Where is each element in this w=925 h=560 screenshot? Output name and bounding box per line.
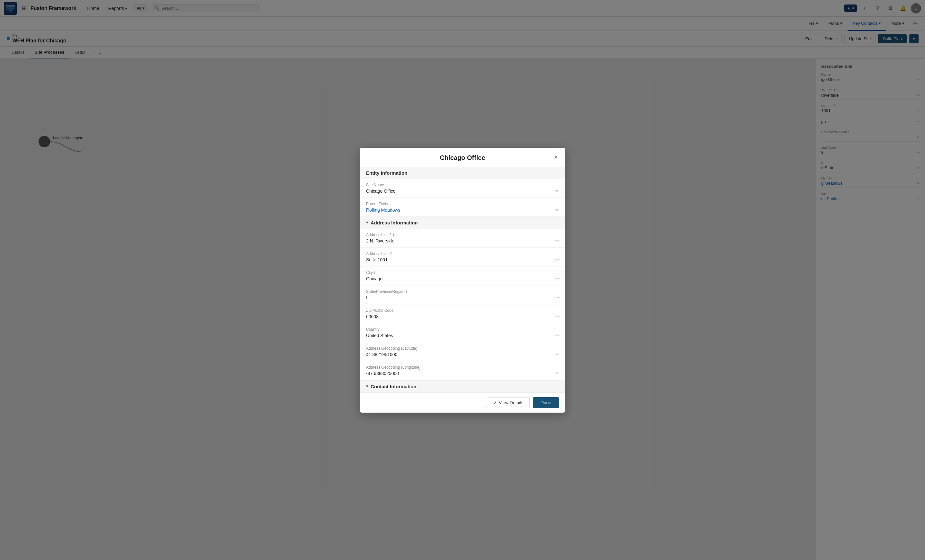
addr1-label: Address Line 1 ℹ bbox=[366, 233, 559, 237]
city-value: Chicago ✏ bbox=[366, 276, 559, 281]
longitude-value: -87.6388025000 ✏ bbox=[366, 371, 559, 376]
addr2-label: Address Line 2 bbox=[366, 251, 559, 256]
city-edit-icon[interactable]: ✏ bbox=[555, 276, 559, 281]
latitude-edit-icon[interactable]: ✏ bbox=[555, 352, 559, 357]
country-edit-icon[interactable]: ✏ bbox=[555, 333, 559, 338]
contact-section-title: Contact Information bbox=[371, 384, 417, 389]
addr1-value: 2 N. Riverside ✏ bbox=[366, 238, 559, 243]
zip-edit-icon[interactable]: ✏ bbox=[555, 314, 559, 319]
field-latitude: Address Geocoding (Latitude) 41.88219510… bbox=[360, 342, 565, 361]
state-edit-icon[interactable]: ✏ bbox=[555, 295, 559, 300]
modal-overlay[interactable]: Chicago Office × Entity Information Site… bbox=[0, 0, 925, 560]
field-addr1: Address Line 1 ℹ 2 N. Riverside ✏ bbox=[360, 229, 565, 248]
done-button[interactable]: Done bbox=[533, 397, 559, 408]
field-country: Country United States ✏ bbox=[360, 323, 565, 342]
field-state: State/Province/Region ℹ IL ✏ bbox=[360, 285, 565, 305]
address-section-title: Address Information bbox=[371, 220, 418, 225]
field-longitude: Address Geocoding (Longitude) -87.638802… bbox=[360, 361, 565, 380]
addr2-edit-icon[interactable]: ✏ bbox=[555, 257, 559, 262]
address-section-header[interactable]: ▾ Address Information bbox=[360, 217, 565, 229]
modal-header: Chicago Office × bbox=[360, 148, 565, 167]
zip-label: Zip/Postal Code bbox=[366, 308, 559, 313]
site-name-label: Site Name bbox=[366, 183, 559, 187]
addr1-info-icon[interactable]: ℹ bbox=[393, 233, 394, 237]
latitude-value: 41.8821951000 ✏ bbox=[366, 352, 559, 357]
modal-body: Entity Information Site Name Chicago Off… bbox=[360, 167, 565, 392]
city-info-icon[interactable]: ℹ bbox=[374, 270, 375, 275]
site-name-value: Chicago Office ✏ bbox=[366, 189, 559, 194]
field-city: City ℹ Chicago ✏ bbox=[360, 267, 565, 285]
longitude-label: Address Geocoding (Longitude) bbox=[366, 365, 559, 369]
view-details-button[interactable]: ↗ View Details bbox=[487, 397, 530, 408]
contact-section-header[interactable]: ▾ Contact Information bbox=[360, 380, 565, 392]
field-addr2: Address Line 2 Suite 1001 ✏ bbox=[360, 248, 565, 267]
latitude-label: Address Geocoding (Latitude) bbox=[366, 346, 559, 351]
parent-entity-edit-icon[interactable]: ✏ bbox=[555, 207, 559, 212]
entity-section-title: Entity Information bbox=[366, 170, 407, 176]
parent-entity-label: Parent Entity bbox=[366, 202, 559, 206]
longitude-edit-icon[interactable]: ✏ bbox=[555, 371, 559, 376]
parent-entity-link[interactable]: Rolling Meadows bbox=[366, 207, 401, 213]
field-zip: Zip/Postal Code 60608 ✏ bbox=[360, 305, 565, 323]
zip-value: 60608 ✏ bbox=[366, 314, 559, 319]
country-label: Country bbox=[366, 327, 559, 332]
external-link-icon: ↗ bbox=[493, 400, 497, 405]
parent-entity-value: Rolling Meadows ✏ bbox=[366, 207, 559, 213]
site-name-edit-icon[interactable]: ✏ bbox=[555, 189, 559, 193]
field-parent-entity: Parent Entity Rolling Meadows ✏ bbox=[360, 198, 565, 217]
city-label: City ℹ bbox=[366, 270, 559, 275]
state-value: IL ✏ bbox=[366, 295, 559, 300]
entity-section-header: Entity Information bbox=[360, 167, 565, 179]
modal-close-button[interactable]: × bbox=[551, 153, 560, 162]
modal: Chicago Office × Entity Information Site… bbox=[360, 148, 565, 413]
field-site-name: Site Name Chicago Office ✏ bbox=[360, 179, 565, 198]
modal-title: Chicago Office bbox=[440, 154, 485, 162]
addr2-value: Suite 1001 ✏ bbox=[366, 257, 559, 262]
addr1-edit-icon[interactable]: ✏ bbox=[555, 238, 559, 243]
contact-chevron-icon: ▾ bbox=[366, 384, 368, 389]
state-info-icon[interactable]: ℹ bbox=[405, 289, 407, 293]
country-value: United States ✏ bbox=[366, 333, 559, 338]
modal-footer: ↗ View Details Done bbox=[360, 392, 565, 413]
state-label: State/Province/Region ℹ bbox=[366, 289, 559, 294]
address-chevron-icon: ▾ bbox=[366, 220, 368, 225]
